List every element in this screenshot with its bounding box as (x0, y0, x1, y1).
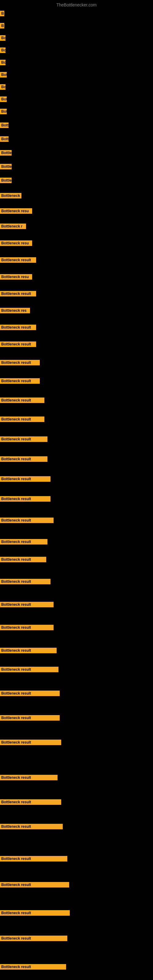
bottleneck-item: Bottleneck resu (0, 240, 32, 247)
bottleneck-item: Bot (0, 97, 7, 103)
bottleneck-item: Bottleneck result (0, 342, 36, 348)
bottleneck-item: Bottle (0, 178, 12, 185)
bottleneck-item: Bottleneck result (0, 378, 40, 385)
bottleneck-item: Bot (0, 72, 7, 79)
bottleneck-label: Bottleneck result (0, 910, 70, 916)
bottleneck-item: Bottleneck result (0, 648, 57, 654)
bottleneck-label: Bottleneck (0, 193, 21, 199)
bottleneck-item: Bottleneck r (0, 224, 26, 230)
bottleneck-item: Bottleneck result (0, 291, 36, 298)
bottleneck-label: Bottleneck result (0, 517, 54, 523)
bottleneck-item: Bottleneck resu (0, 274, 32, 281)
bottleneck-item: Bottleneck result (0, 476, 51, 483)
bottleneck-label: Bottleneck result (0, 257, 36, 263)
bottleneck-label: Bottleneck result (0, 496, 51, 502)
bottleneck-label: Bottleneck result (0, 291, 36, 296)
bottleneck-item: Bottleneck result (0, 667, 59, 673)
bottleneck-label: Bottleneck resu (0, 240, 32, 246)
bottleneck-item: Bott (0, 123, 9, 129)
bottleneck-label: Bottleneck result (0, 964, 66, 970)
bottleneck-label: Bot (0, 72, 7, 78)
bottleneck-item: B (0, 11, 4, 18)
bottleneck-item: Bottleneck result (0, 539, 48, 546)
bottleneck-label: Bottle (0, 150, 12, 156)
bottleneck-label: B (0, 11, 4, 16)
bottleneck-label: Bottleneck result (0, 342, 36, 347)
bottleneck-label: Bottleneck result (0, 667, 59, 672)
bottleneck-label: Bo (0, 48, 5, 53)
bottleneck-label: Bottleneck resu (0, 208, 32, 214)
bottleneck-item: Bottleneck res (0, 308, 30, 315)
bottleneck-label: Bottleneck result (0, 398, 45, 403)
bottleneck-item: Bott (0, 136, 9, 143)
bottleneck-label: Bottleneck result (0, 378, 40, 384)
bottleneck-item: Bottleneck result (0, 325, 36, 331)
bottleneck-label: Bottleneck result (0, 882, 69, 888)
bottleneck-item: Bottleneck result (0, 436, 48, 443)
bottleneck-label: Bottleneck result (0, 690, 60, 696)
bottleneck-item: Bot (0, 109, 7, 115)
bottleneck-label: Bo (0, 60, 5, 65)
bottleneck-item: Bottleneck result (0, 882, 69, 889)
bottleneck-label: Bottleneck result (0, 360, 40, 365)
bottleneck-label: Bottleneck result (0, 476, 51, 482)
bottleneck-item: B (0, 23, 4, 30)
bottleneck-item: Bottleneck result (0, 579, 51, 585)
bottleneck-label: Bott (0, 123, 9, 128)
bottleneck-item: Bo (0, 60, 5, 67)
bottleneck-item: Bottleneck result (0, 935, 67, 942)
bottleneck-label: Bottleneck result (0, 579, 51, 584)
bottleneck-item: Bottleneck result (0, 715, 60, 722)
bottleneck-item: Bottleneck result (0, 910, 70, 917)
bottleneck-item: Bottle (0, 150, 12, 157)
bottleneck-item: Bottleneck result (0, 557, 46, 563)
bottleneck-item: Bottleneck result (0, 964, 66, 971)
bottleneck-label: Bottleneck res (0, 308, 30, 313)
bottleneck-item: Bo (0, 48, 5, 54)
bottleneck-item: Bottleneck result (0, 417, 45, 423)
bottleneck-label: Bot (0, 109, 7, 114)
bottleneck-item: Bo (0, 84, 5, 91)
bottleneck-item: Bottleneck result (0, 775, 57, 781)
bottleneck-item: Bottleneck result (0, 496, 51, 503)
bottleneck-label: Bottleneck result (0, 648, 57, 653)
bottleneck-item: Bottleneck result (0, 398, 45, 404)
bottleneck-label: Bo (0, 35, 5, 41)
bottleneck-item: Bottleneck (0, 193, 21, 200)
bottleneck-item: Bottleneck result (0, 824, 63, 830)
bottleneck-label: Bottleneck r (0, 224, 26, 229)
bottleneck-item: Bottleneck result (0, 799, 61, 806)
bottleneck-item: Bo (0, 35, 5, 42)
bottleneck-label: Bottleneck resu (0, 274, 32, 280)
bottleneck-label: Bottleneck result (0, 539, 48, 544)
site-title: TheBottlenecker.com (56, 2, 97, 7)
bottleneck-item: Bottleneck result (0, 257, 36, 264)
bottleneck-label: Bottleneck result (0, 325, 36, 330)
bottleneck-item: Bottleneck result (0, 360, 40, 367)
bottleneck-label: Bottleneck result (0, 625, 54, 630)
bottleneck-label: Bottleneck result (0, 456, 48, 462)
bottleneck-label: Bottleneck result (0, 602, 54, 607)
bottleneck-label: Bottleneck result (0, 824, 63, 829)
bottleneck-label: Bottleneck result (0, 799, 61, 805)
bottleneck-item: Bottleneck resu (0, 208, 32, 215)
bottleneck-label: Bottleneck result (0, 417, 45, 422)
bottleneck-item: Bottle (0, 164, 12, 170)
bottleneck-label: B (0, 23, 4, 29)
bottleneck-item: Bottleneck result (0, 740, 61, 746)
bottleneck-label: Bottleneck result (0, 740, 61, 745)
bottleneck-item: Bottleneck result (0, 602, 54, 609)
bottleneck-label: Bottleneck result (0, 436, 48, 442)
bottleneck-label: Bottleneck result (0, 557, 46, 562)
bottleneck-label: Bottleneck result (0, 775, 57, 780)
bottleneck-label: Bottleneck result (0, 935, 67, 941)
bottleneck-item: Bottleneck result (0, 625, 54, 632)
bottleneck-label: Bo (0, 84, 5, 90)
bottleneck-label: Bot (0, 97, 7, 102)
bottleneck-label: Bottleneck result (0, 715, 60, 721)
bottleneck-item: Bottleneck result (0, 517, 54, 524)
bottleneck-label: Bottle (0, 164, 12, 169)
bottleneck-label: Bottle (0, 178, 12, 183)
bottleneck-item: Bottleneck result (0, 856, 67, 863)
bottleneck-item: Bottleneck result (0, 690, 60, 697)
